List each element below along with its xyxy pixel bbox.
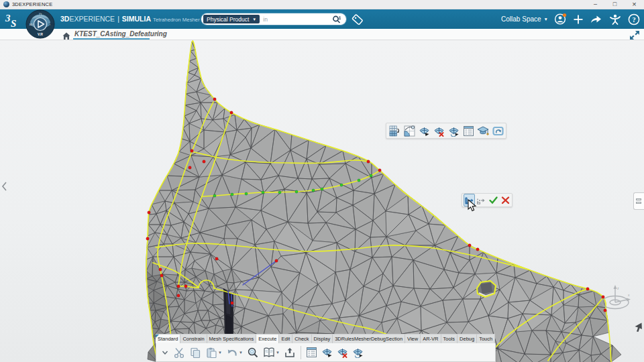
- share-icon[interactable]: [590, 14, 602, 25]
- secondary-cursor-icon: [635, 322, 642, 335]
- cut-button[interactable]: [171, 345, 187, 361]
- search-bar[interactable]: Physical Product▼: [201, 13, 346, 25]
- handle-line: [636, 198, 641, 200]
- profile-avatar-icon[interactable]: [554, 13, 567, 25]
- mesh-import-button[interactable]: [387, 123, 402, 138]
- window-controls: – □ ×: [586, 0, 644, 9]
- share-export-button[interactable]: [282, 345, 298, 361]
- ribbon-tab-touch[interactable]: Touch: [477, 334, 495, 343]
- new-tab-button[interactable]: +: [153, 29, 158, 39]
- gizmo-x-axis-label: x: [628, 293, 630, 297]
- help-icon[interactable]: ?: [628, 13, 640, 25]
- 3d-viewport[interactable]: zx: [0, 40, 644, 362]
- mesh-wizard-button[interactable]: [476, 123, 490, 138]
- ribbon-tab-standard[interactable]: Standard: [156, 334, 180, 343]
- window-title: 3DEXPERIENCE: [12, 1, 52, 7]
- svg-text:?: ?: [632, 15, 635, 23]
- hole-hex: [477, 281, 496, 297]
- ok-button[interactable]: [488, 194, 499, 206]
- chevron-down-icon: ▼: [252, 17, 256, 21]
- quick-access-toolbar: ▼ ▼ ▼: [156, 343, 496, 362]
- create-mesh-button[interactable]: [319, 345, 335, 361]
- toolbar-separator: [301, 346, 301, 359]
- ribbon-tab-execute[interactable]: Execute: [256, 334, 279, 343]
- fit-view-icon[interactable]: [629, 30, 640, 43]
- chevron-down-icon[interactable]: ▼: [218, 351, 222, 355]
- ribbon-tab-constrain[interactable]: Constrain: [180, 334, 207, 343]
- delete-mesh-button[interactable]: [431, 123, 446, 138]
- brand-suite: SIMULIA: [122, 15, 151, 23]
- app-name: Tetrahedron Mesher: [153, 17, 200, 23]
- ribbon-tab-ar-vr[interactable]: AR-VR: [421, 334, 441, 343]
- svg-text:S: S: [11, 18, 16, 29]
- delete-mesh-button[interactable]: [335, 345, 350, 361]
- 3d-navigation-gizmo[interactable]: zx: [599, 284, 631, 318]
- ribbon-tab-3drulesmesherdebugsection[interactable]: 3DRulesMesherDebugSection: [333, 334, 405, 343]
- gizmo-z-axis-label: z: [617, 286, 619, 290]
- svg-text:3: 3: [5, 13, 11, 23]
- badge-version-label: V.R: [38, 32, 43, 36]
- right-panel-handle[interactable]: [633, 192, 644, 210]
- list-specifications-button[interactable]: [304, 345, 319, 361]
- chevron-down-icon: ▼: [544, 17, 548, 21]
- application-window: 3DEXPERIENCE – □ × 3S 3DEXPERIENCE|SIMUL…: [0, 0, 644, 362]
- ribbon-tab-view[interactable]: View: [405, 334, 421, 343]
- collab-space-dropdown[interactable]: Collab Space▼: [501, 15, 548, 23]
- handle-line: [636, 202, 641, 204]
- window-titlebar: 3DEXPERIENCE – □ ×: [0, 0, 644, 9]
- brand-title: 3DEXPERIENCE|SIMULIATetrahedron Mesher: [60, 15, 200, 23]
- community-people-icon[interactable]: [608, 13, 622, 25]
- ribbon-tab-debug[interactable]: Debug: [458, 334, 477, 343]
- document-tab-bar: KTEST_CAsting_Defeaturing +: [0, 29, 644, 40]
- action-bar: StandardConstrainMesh SpecificationsExec…: [156, 334, 496, 362]
- window-minimize-button[interactable]: –: [586, 0, 605, 9]
- window-maximize-button[interactable]: □: [605, 0, 625, 9]
- zoom-search-button[interactable]: [245, 345, 261, 361]
- mesh-model[interactable]: [0, 40, 644, 362]
- copy-button[interactable]: [187, 345, 203, 361]
- catalog-book-button[interactable]: ▼: [261, 345, 282, 361]
- window-close-button[interactable]: ×: [625, 0, 644, 9]
- brand-3d: 3D: [60, 15, 69, 23]
- active-tab-underline: [73, 38, 150, 40]
- create-mesh-button[interactable]: [417, 123, 431, 138]
- add-app-icon[interactable]: [573, 14, 584, 25]
- window-app-icon: [3, 1, 9, 7]
- mesh-triangles: [146, 41, 621, 362]
- search-icon[interactable]: [331, 14, 342, 25]
- badge-top-label: Yr: [39, 13, 42, 16]
- update-mesh-button[interactable]: [446, 123, 461, 138]
- mouse-cursor: [468, 199, 478, 215]
- tag-icon[interactable]: [352, 13, 364, 29]
- paste-button[interactable]: ▼: [203, 345, 224, 361]
- 3dexperience-compass-badge[interactable]: Yr3DrV.R: [25, 9, 55, 39]
- ribbon-tab-mesh-specifications[interactable]: Mesh Specifications: [207, 334, 257, 343]
- ribbon-tabs: StandardConstrainMesh SpecificationsExec…: [156, 334, 496, 343]
- cancel-button[interactable]: [500, 194, 511, 206]
- brand-experience: EXPERIENCE: [69, 15, 115, 23]
- chevron-down-icon[interactable]: ▼: [239, 351, 243, 355]
- search-input[interactable]: [260, 16, 331, 23]
- search-scope-dropdown[interactable]: Physical Product▼: [203, 15, 260, 23]
- left-panel-collapse-chevron-icon[interactable]: [1, 181, 7, 194]
- collapse-ribbon-icon[interactable]: [159, 345, 171, 361]
- ribbon-tab-check[interactable]: Check: [292, 334, 311, 343]
- ribbon-tab-tools[interactable]: Tools: [441, 334, 458, 343]
- mesh-refresh-button[interactable]: [490, 123, 505, 138]
- surface-patch-button[interactable]: [402, 123, 417, 138]
- update-mesh-button[interactable]: [350, 345, 366, 361]
- ribbon-tab-display[interactable]: Display: [312, 334, 333, 343]
- chevron-down-icon[interactable]: ▼: [276, 351, 280, 355]
- mesh-tools-floating-toolbar: [386, 123, 506, 139]
- undo-button[interactable]: ▼: [224, 345, 245, 361]
- top-bar: 3S 3DEXPERIENCE|SIMULIATetrahedron Meshe…: [0, 9, 644, 29]
- badge-left-label: 3D: [29, 23, 32, 26]
- mesh-specifications-button[interactable]: [461, 123, 476, 138]
- ribbon-tab-edit[interactable]: Edit: [279, 334, 292, 343]
